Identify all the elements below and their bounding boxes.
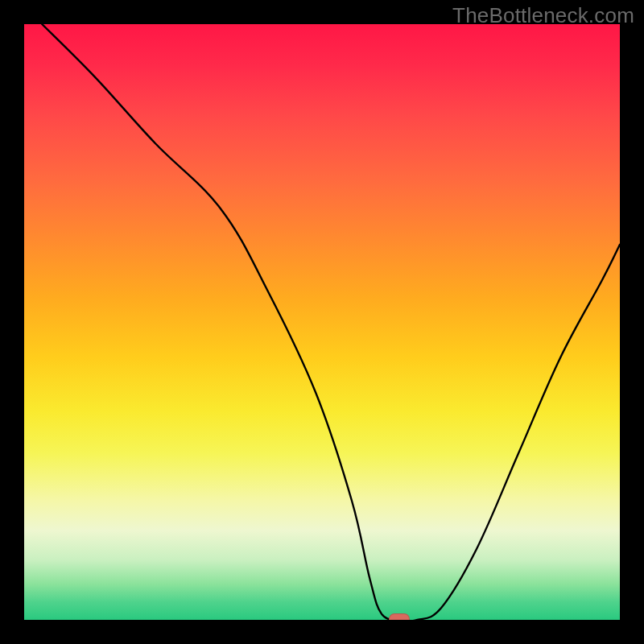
curve-path [42,24,620,620]
bottleneck-curve [24,24,620,620]
watermark-text: TheBottleneck.com [452,3,634,28]
optimal-point-marker [389,613,410,620]
chart-frame: TheBottleneck.com [0,0,644,644]
plot-area [24,24,620,620]
